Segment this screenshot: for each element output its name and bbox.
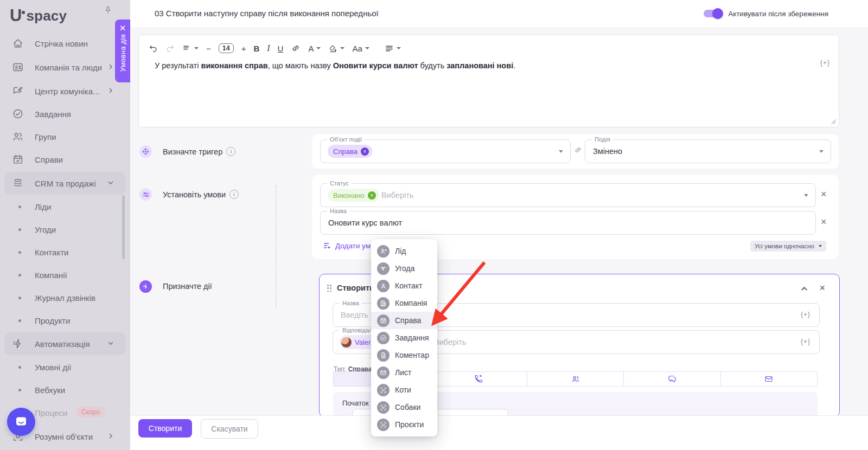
info-icon[interactable]: i	[229, 190, 239, 199]
chat-launcher-button[interactable]	[7, 408, 35, 436]
link-fields-icon[interactable]	[573, 145, 583, 155]
sidebar-item-company-people[interactable]: Компанія та люди	[0, 56, 130, 79]
bold-button[interactable]: B	[253, 44, 259, 53]
remove-name-condition-button[interactable]: ×	[821, 217, 827, 227]
menu-item-deal[interactable]: Угода	[371, 260, 437, 277]
cancel-button[interactable]: Скасувати	[201, 419, 258, 439]
bullet-icon	[18, 366, 21, 369]
info-icon[interactable]: i	[226, 147, 235, 156]
underline-button[interactable]: U	[278, 44, 284, 53]
conditions-mode-label: Усі умови одночасно	[755, 243, 814, 249]
sidebar-item-automation[interactable]: Автоматизація	[0, 332, 130, 355]
text-color-label: A	[308, 44, 314, 53]
toggle-knob	[712, 8, 723, 19]
sidebar-item-companies[interactable]: Компанії	[0, 263, 130, 286]
sidebar-scrollbar[interactable]	[122, 195, 125, 259]
menu-item-lead[interactable]: Лід	[371, 242, 437, 260]
tab-email[interactable]	[720, 371, 818, 387]
people-icon	[12, 131, 24, 143]
person-plus-icon	[377, 245, 390, 258]
menu-item-dogs[interactable]: Собаки	[371, 398, 437, 416]
sidebar-item-call-log[interactable]: Журнал дзвінків	[0, 286, 130, 309]
close-action-icon[interactable]: ×	[819, 282, 825, 294]
insert-variable-button[interactable]: {+}	[801, 311, 810, 318]
undo-icon[interactable]	[149, 44, 158, 53]
avatar	[341, 337, 352, 348]
chat-pen-icon	[12, 85, 24, 97]
font-size-value[interactable]: 14	[219, 43, 234, 53]
sidebar-item-label: Продукти	[35, 316, 70, 325]
tab-chat[interactable]	[623, 371, 720, 387]
description-editor[interactable]: − 14 + B I U A Aa У результаті виконання…	[138, 35, 839, 127]
sidebar-item-conditional-actions[interactable]: Умовні дії	[0, 356, 130, 378]
menu-item-contact[interactable]: Контакт	[371, 277, 437, 294]
text-color-button[interactable]: A	[308, 44, 321, 53]
resize-handle-icon[interactable]	[831, 119, 836, 124]
menu-item-label: Компанія	[395, 299, 427, 307]
status-condition-select[interactable]: Статус Виконано × Виберіть	[320, 183, 816, 207]
brand-logo-rest: spacy	[26, 8, 67, 24]
align-button[interactable]	[385, 44, 401, 53]
sidebar-item-tasks[interactable]: Завдання	[0, 102, 130, 125]
link-icon[interactable]	[291, 43, 301, 53]
chip-remove-icon[interactable]: ×	[361, 147, 369, 156]
sidebar-item-webhooks[interactable]: Вебхуки	[0, 378, 130, 401]
event-select[interactable]: Подія Змінено	[585, 139, 831, 163]
check-circle-icon	[12, 108, 24, 120]
people-icon	[571, 374, 580, 384]
sidebar-item-products[interactable]: Продукти	[0, 309, 130, 332]
insert-variable-button[interactable]: {+}	[820, 59, 830, 67]
collapse-icon[interactable]	[801, 285, 808, 292]
dropdown-arrow-icon	[819, 150, 824, 153]
sidebar-item-groups[interactable]: Групи	[0, 125, 130, 148]
menu-item-cats[interactable]: Коти	[371, 381, 437, 398]
redo-icon[interactable]	[165, 44, 175, 53]
menu-item-activity[interactable]: Справа	[371, 312, 437, 329]
name-value: Оновити курс валют	[328, 218, 402, 227]
dropdown-arrow-icon	[559, 150, 563, 153]
sidebar-item-newsfeed[interactable]: Стрічка новин	[0, 32, 130, 55]
activate-toggle[interactable]	[704, 8, 722, 19]
name-condition-input[interactable]: Назва Оновити курс валют	[320, 211, 816, 235]
close-icon[interactable]: ✕	[119, 24, 126, 32]
conditions-mode-select[interactable]: Усі умови одночасно	[750, 241, 826, 252]
font-size-decrease-button[interactable]: −	[206, 44, 211, 53]
menu-item-letter[interactable]: Лист	[371, 364, 437, 381]
action-card-title: Створити	[337, 284, 374, 292]
chip-remove-icon[interactable]: ×	[368, 191, 376, 200]
list-style-button[interactable]	[182, 44, 199, 53]
remove-status-condition-button[interactable]: ×	[821, 189, 827, 199]
sidebar-item-communications[interactable]: Центр комуніка...	[0, 80, 130, 102]
text-case-button[interactable]: Aa	[352, 44, 369, 53]
tab-meeting[interactable]	[527, 371, 624, 387]
trigger-heading-text: Визначте тригер	[163, 147, 222, 156]
sidebar-item-label: Процеси	[35, 408, 67, 417]
tab-call[interactable]	[430, 371, 527, 387]
italic-button[interactable]: I	[267, 43, 270, 53]
drag-handle-icon[interactable]	[327, 285, 331, 292]
menu-item-comment[interactable]: Коментар	[371, 346, 437, 364]
menu-item-projects[interactable]: Проєкти	[371, 416, 437, 433]
menu-item-task[interactable]: Завдання	[371, 329, 437, 346]
editor-content[interactable]: У результаті виконання справ, що мають н…	[155, 61, 515, 70]
menu-item-label: Контакт	[395, 281, 422, 290]
pin-sidebar-icon[interactable]	[103, 5, 113, 15]
insert-variable-button[interactable]: {+}	[801, 338, 810, 345]
sidebar-item-activities[interactable]: Справи	[0, 148, 130, 171]
activate-toggle-label: Активувати після збереження	[728, 10, 828, 18]
text-segment-bold: виконання справ	[201, 61, 267, 70]
status-chip[interactable]: Виконано ×	[328, 189, 379, 202]
event-object-select[interactable]: Об'єкт події Справа ×	[320, 139, 571, 163]
slideover-tab-conditional-action[interactable]: ✕ Умовна дія	[115, 20, 130, 82]
create-button[interactable]: Створити	[138, 419, 192, 438]
sidebar-item-label: Контакти	[35, 248, 68, 257]
font-size-increase-button[interactable]: +	[241, 44, 246, 53]
sidebar-item-crm[interactable]: CRM та продажі	[0, 172, 130, 195]
highlight-color-button[interactable]	[328, 44, 344, 53]
event-object-chip[interactable]: Справа ×	[328, 145, 372, 158]
sidebar-item-contacts[interactable]: Контакти	[0, 241, 130, 263]
sidebar-item-leads[interactable]: Ліди	[0, 195, 130, 218]
menu-item-company[interactable]: Компанія	[371, 294, 437, 312]
sidebar-item-label: Справи	[35, 155, 63, 164]
sidebar-item-deals[interactable]: Угоди	[0, 218, 130, 241]
